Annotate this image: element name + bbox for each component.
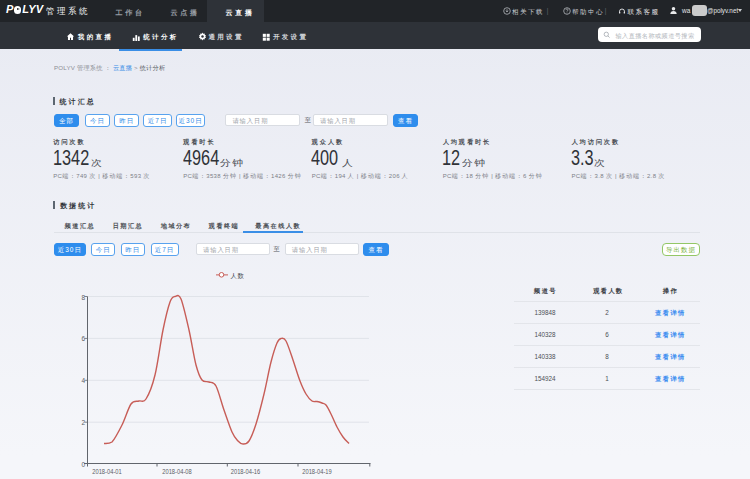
svg-text:2018-04-08: 2018-04-08 bbox=[162, 468, 192, 475]
svg-text:0: 0 bbox=[81, 461, 85, 468]
svg-text:4: 4 bbox=[81, 377, 85, 384]
svg-text:2018-04-19: 2018-04-19 bbox=[302, 468, 332, 475]
svg-text:2018-04-16: 2018-04-16 bbox=[231, 468, 261, 475]
svg-text:2018-04-01: 2018-04-01 bbox=[92, 468, 122, 475]
svg-text:8: 8 bbox=[81, 294, 85, 301]
svg-text:2: 2 bbox=[81, 419, 85, 426]
svg-text:6: 6 bbox=[81, 335, 85, 342]
